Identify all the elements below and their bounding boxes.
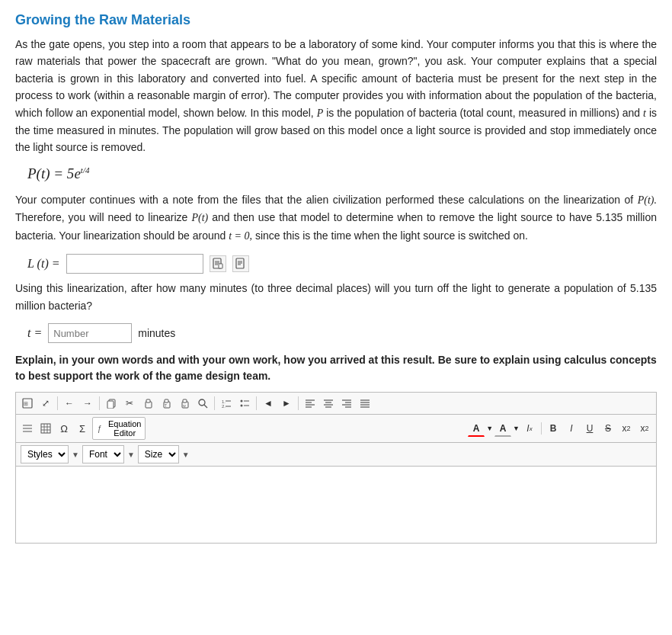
sep-5 bbox=[298, 396, 299, 410]
svg-rect-19 bbox=[183, 399, 187, 402]
minutes-label: minutes bbox=[138, 327, 175, 339]
paste-btn[interactable] bbox=[139, 395, 156, 412]
svg-rect-4 bbox=[219, 264, 222, 268]
t-zero-ref: t = 0, bbox=[229, 230, 252, 242]
ref-icon-2[interactable] bbox=[232, 255, 249, 272]
superscript-btn[interactable]: x2 bbox=[636, 420, 653, 437]
sep-fmt bbox=[541, 422, 542, 435]
t-number-input[interactable] bbox=[48, 323, 132, 343]
page-title: Growing the Raw Materials bbox=[15, 12, 657, 28]
omega-btn[interactable]: Ω bbox=[56, 420, 72, 437]
linearization-label: L (t) = bbox=[27, 257, 60, 271]
indent-dec-btn[interactable]: ◄ bbox=[260, 395, 277, 412]
svg-rect-14 bbox=[146, 399, 150, 402]
find-btn[interactable] bbox=[194, 395, 211, 412]
list-numbered-btn[interactable]: 1.2. bbox=[218, 395, 235, 412]
formula-pt: P(t) = 5et/4 bbox=[27, 165, 657, 182]
t-variable: t bbox=[643, 107, 646, 119]
svg-rect-12 bbox=[107, 401, 114, 409]
align-center-btn[interactable] bbox=[320, 395, 337, 412]
paragraph-1: As the gate opens, you step into a room … bbox=[15, 36, 657, 156]
t-equals-label: t = bbox=[27, 326, 42, 340]
svg-text:ƒ: ƒ bbox=[98, 425, 102, 433]
ref-icon-1[interactable] bbox=[210, 255, 226, 272]
sep-1 bbox=[57, 396, 58, 410]
linearization-row: L (t) = bbox=[27, 254, 657, 274]
bold-instruction: Explain, in your own words and with your… bbox=[15, 352, 657, 384]
font-bg-arrow[interactable]: ▼ bbox=[513, 425, 520, 432]
svg-text:2.: 2. bbox=[222, 404, 226, 409]
formula-pt-text: P(t) = 5et/4 bbox=[27, 165, 89, 181]
underline-btn[interactable]: U bbox=[581, 420, 598, 437]
copy-btn[interactable] bbox=[103, 395, 120, 412]
source-btn[interactable]: ⊞ bbox=[19, 395, 36, 412]
paste-word-btn[interactable]: W bbox=[176, 395, 193, 412]
list-bullet-btn[interactable] bbox=[236, 395, 253, 412]
svg-text:T: T bbox=[165, 403, 167, 408]
dropdown-row: Styles ▼ Font ▼ Size ▼ bbox=[16, 443, 656, 467]
cut-btn[interactable]: ✂ bbox=[121, 395, 138, 412]
bold-btn[interactable]: B bbox=[545, 420, 562, 437]
italic-ix-btn[interactable]: Ix bbox=[521, 420, 538, 437]
toolbar-row-1: ⊞ ⤢ ← → ✂ T W 1.2. ◄ ► bbox=[16, 393, 656, 415]
font-color-arrow[interactable]: ▼ bbox=[486, 425, 493, 432]
paste-text-btn[interactable]: T bbox=[158, 395, 174, 412]
Pt-ref2: P(t) bbox=[191, 212, 208, 223]
paragraph-2: Your computer continues with a note from… bbox=[15, 191, 657, 245]
toolbar-row-2: Ω Σ ƒ EquationEditor A ▼ A ▼ Ix B I U S … bbox=[16, 415, 656, 443]
subscript-btn[interactable]: x2 bbox=[618, 420, 635, 437]
rich-text-editor: ⊞ ⤢ ← → ✂ T W 1.2. ◄ ► bbox=[15, 392, 657, 544]
svg-point-21 bbox=[199, 399, 205, 406]
sep-4 bbox=[256, 396, 257, 410]
editor-content-area[interactable] bbox=[16, 467, 656, 543]
sigma-btn[interactable]: Σ bbox=[74, 420, 91, 437]
italic-btn[interactable]: I bbox=[563, 420, 580, 437]
linearization-input[interactable] bbox=[66, 254, 203, 274]
strikethrough-btn[interactable]: S bbox=[600, 420, 616, 437]
Pt-ref1: P(t). bbox=[638, 194, 657, 206]
font-dropdown[interactable]: Font bbox=[82, 445, 124, 463]
svg-point-27 bbox=[241, 400, 243, 402]
svg-rect-16 bbox=[165, 399, 168, 402]
font-color-btn[interactable]: A bbox=[468, 420, 485, 437]
paragraph-3: Using this linearization, after how many… bbox=[15, 280, 657, 314]
undo-btn[interactable]: ← bbox=[61, 395, 78, 412]
svg-rect-50 bbox=[41, 424, 50, 433]
equation-editor-btn[interactable]: ƒ EquationEditor bbox=[92, 417, 146, 440]
equation-editor-label: EquationEditor bbox=[108, 419, 141, 438]
sep-2 bbox=[99, 396, 100, 410]
table-btn[interactable] bbox=[37, 420, 54, 437]
align-left-btn[interactable] bbox=[302, 395, 318, 412]
svg-text:⊞: ⊞ bbox=[24, 401, 28, 406]
svg-point-29 bbox=[241, 405, 243, 407]
align-right-btn[interactable] bbox=[338, 395, 355, 412]
styles-dropdown[interactable]: Styles bbox=[21, 445, 69, 463]
size-dropdown[interactable]: Size bbox=[138, 445, 179, 463]
svg-line-22 bbox=[204, 405, 207, 408]
svg-text:W: W bbox=[183, 404, 186, 408]
indent-inc-btn[interactable]: ► bbox=[278, 395, 295, 412]
redo-btn[interactable]: → bbox=[79, 395, 96, 412]
p-variable: P bbox=[317, 107, 324, 119]
lines-btn[interactable] bbox=[19, 420, 36, 437]
align-justify-btn[interactable] bbox=[357, 395, 373, 412]
format-group: A ▼ A ▼ Ix B I U S x2 x2 bbox=[468, 420, 653, 437]
font-bg-btn[interactable]: A bbox=[494, 420, 511, 437]
sep-3 bbox=[214, 396, 215, 410]
maximize-btn[interactable]: ⤢ bbox=[37, 395, 54, 412]
t-input-row: t = minutes bbox=[27, 323, 657, 343]
